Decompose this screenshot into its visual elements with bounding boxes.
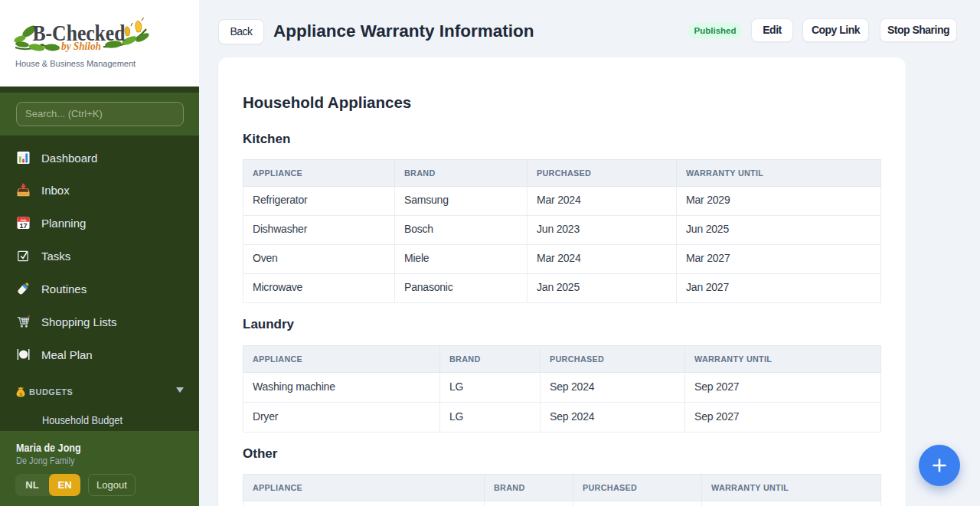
svg-text:17: 17 [19,222,27,230]
svg-text:by Shiloh: by Shiloh [61,40,101,52]
